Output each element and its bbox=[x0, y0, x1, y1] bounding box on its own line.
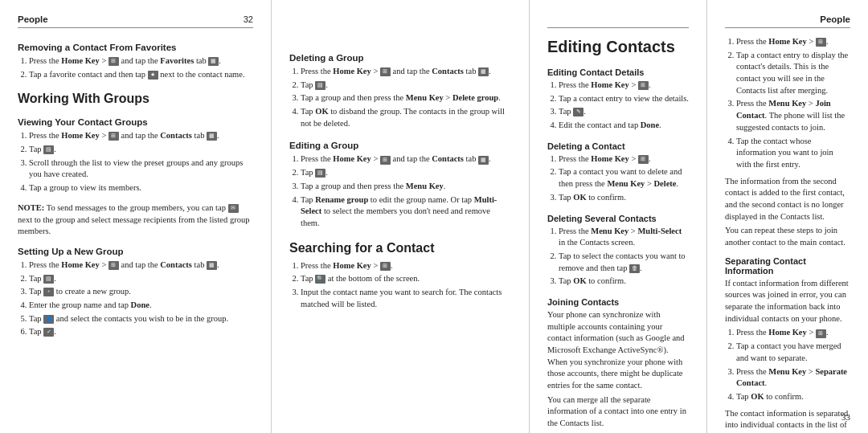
step: Press the Home Key > ⊞ and tap the Conta… bbox=[301, 66, 511, 78]
new-group-steps: Press the Home Key > ⊞ and tap the Conta… bbox=[18, 259, 253, 340]
step: Tap ▤. bbox=[301, 167, 511, 179]
step: Press the Home Key > ⊞ and tap the Conta… bbox=[29, 259, 253, 272]
searching-title: Searching for a Contact bbox=[289, 241, 511, 255]
far-right-content: Press the Home Key > ⊞. Tap a contact en… bbox=[725, 36, 850, 433]
viewing-groups-note: NOTE: To send messages to the group memb… bbox=[18, 202, 253, 238]
editing-group-title: Editing a Group bbox=[289, 141, 511, 150]
step: Press the Home Key > ⊞. bbox=[559, 153, 689, 165]
searching-steps: Press the Home Key > ⊞. Tap 🔍 at the bot… bbox=[289, 260, 511, 312]
step: Tap 👤 and select the contacts you wish t… bbox=[29, 313, 253, 325]
step: Scroll through the list to view the pres… bbox=[29, 157, 253, 181]
step: Tap to select the contacts you want to r… bbox=[559, 251, 689, 274]
add-icon: + bbox=[43, 288, 54, 296]
step: Input the contact name you want to searc… bbox=[301, 287, 511, 310]
editing-details-steps: Press the Home Key > ⊞. Tap a contact en… bbox=[547, 80, 689, 133]
right-page-header: People bbox=[547, 14, 689, 28]
step: Press the Menu Key > Separate Contact. bbox=[736, 366, 850, 390]
removing-favorites-steps: Press the Home Key > ⊞ and tap the Favor… bbox=[18, 55, 253, 82]
home-icon: ⊞ bbox=[108, 132, 119, 141]
editing-contacts-title: Editing Contacts bbox=[547, 38, 689, 56]
msg-icon: ✉ bbox=[228, 204, 239, 213]
removing-favorites-title: Removing a Contact From Favorites bbox=[18, 43, 253, 52]
step: Press the Home Key > ⊞. bbox=[736, 36, 850, 48]
deleting-group-steps: Press the Home Key > ⊞ and tap the Conta… bbox=[289, 66, 511, 131]
step: Press the Home Key > ⊞. bbox=[736, 327, 850, 339]
home-icon: ⊞ bbox=[638, 81, 649, 90]
person-add-icon: 👤 bbox=[43, 315, 54, 324]
deleting-group-title: Deleting a Group bbox=[289, 53, 511, 63]
search-icon: 🔍 bbox=[315, 275, 326, 284]
separating-note: The contact information is separated int… bbox=[725, 408, 850, 433]
step: Tap a favorite contact and then tap ★ ne… bbox=[29, 69, 253, 81]
step: Tap ▤. bbox=[301, 80, 511, 92]
home-icon: ⊞ bbox=[380, 156, 391, 165]
home-icon: ⊞ bbox=[638, 155, 649, 164]
new-group-title: Setting Up a New Group bbox=[18, 247, 253, 256]
step: Tap OK to confirm. bbox=[559, 192, 689, 204]
step: Tap a contact you want to delete and the… bbox=[559, 166, 689, 190]
tab-icon: ▦ bbox=[478, 67, 489, 76]
step: Tap ▤. bbox=[29, 273, 253, 285]
step: Tap ▤. bbox=[29, 144, 253, 156]
middle-left-content: Deleting a Group Press the Home Key > ⊞ … bbox=[289, 14, 511, 422]
step: Tap Rename group to edit the group name.… bbox=[301, 194, 511, 230]
step: Edit the contact and tap Done. bbox=[559, 120, 689, 132]
far-right-page-header: People bbox=[725, 14, 850, 28]
editing-details-title: Editing Contact Details bbox=[547, 67, 689, 77]
left-page-number: 32 bbox=[244, 14, 253, 24]
separating-title: Separating Contact Information bbox=[725, 256, 850, 276]
step: Tap ✓. bbox=[29, 326, 253, 338]
step: Enter the group name and tap Done. bbox=[29, 300, 253, 312]
deleting-contact-steps: Press the Home Key > ⊞. Tap a contact yo… bbox=[547, 153, 689, 206]
step: Tap ✎. bbox=[559, 106, 689, 118]
step: Tap a contact you have merged and want t… bbox=[736, 341, 850, 364]
step: Tap + to create a new group. bbox=[29, 286, 253, 298]
step: Press the Home Key > ⊞. bbox=[559, 80, 689, 92]
far-right-page-label: People bbox=[820, 14, 850, 24]
far-right-page: People Press the Home Key > ⊞. Tap a con… bbox=[707, 0, 868, 433]
step: Tap a group and then press the Menu Key. bbox=[301, 181, 511, 193]
group-icon: ▤ bbox=[43, 145, 54, 154]
check-icon: ✓ bbox=[43, 328, 54, 337]
middle-left-page: Deleting a Group Press the Home Key > ⊞ … bbox=[272, 0, 529, 433]
tab-icon: ▦ bbox=[478, 156, 489, 165]
step: Tap 🔍 at the bottom of the screen. bbox=[301, 273, 511, 285]
step: Press the Home Key > ⊞ and tap the Conta… bbox=[301, 153, 511, 165]
editing-group-steps: Press the Home Key > ⊞ and tap the Conta… bbox=[289, 153, 511, 231]
tab-icon: ▦ bbox=[207, 132, 217, 141]
step: Press the Home Key > ⊞ and tap the Favor… bbox=[29, 55, 253, 67]
merge-note2: You can repeat these steps to join anoth… bbox=[725, 225, 850, 248]
step: Tap the contact whose information you wa… bbox=[736, 136, 850, 171]
viewing-groups-title: Viewing Your Contact Groups bbox=[18, 117, 253, 127]
star-icon: ★ bbox=[148, 71, 158, 80]
deleting-several-steps: Press the Menu Key > Multi-Select in the… bbox=[547, 226, 689, 289]
step: Press the Menu Key > Join Contact. The p… bbox=[736, 98, 850, 133]
step: Tap OK to confirm. bbox=[559, 276, 689, 288]
merge-steps: Press the Home Key > ⊞. Tap a contact en… bbox=[725, 36, 850, 173]
joining-contacts-body2: You can merge all the separate informati… bbox=[547, 394, 689, 430]
separating-body: If contact information from different so… bbox=[725, 278, 850, 325]
tab-icon: ▦ bbox=[207, 261, 217, 270]
step: Press the Home Key > ⊞ and tap the Conta… bbox=[29, 130, 253, 142]
step: Press the Menu Key > Multi-Select in the… bbox=[559, 226, 689, 249]
home-icon: ⊞ bbox=[380, 262, 391, 271]
step: Press the Home Key > ⊞. bbox=[301, 260, 511, 272]
merge-note1: The information from the second contact … bbox=[725, 176, 850, 223]
menu-icon: ▤ bbox=[315, 81, 326, 90]
joining-contacts-body: Your phone can synchronize with multiple… bbox=[547, 309, 689, 392]
joining-contacts-title: Joining Contacts bbox=[547, 297, 689, 307]
left-page-header: People 32 bbox=[18, 14, 253, 28]
viewing-groups-steps: Press the Home Key > ⊞ and tap the Conta… bbox=[18, 130, 253, 195]
working-with-groups-title: Working With Groups bbox=[18, 92, 253, 106]
home-icon: ⊞ bbox=[108, 261, 119, 270]
home-icon: ⊞ bbox=[380, 67, 391, 76]
trash-icon: 🗑 bbox=[629, 264, 640, 273]
left-page: People 32 Removing a Contact From Favori… bbox=[0, 0, 271, 433]
home-icon: ⊞ bbox=[816, 38, 826, 47]
edit-icon: ✎ bbox=[573, 108, 583, 116]
menu-icon: ▤ bbox=[43, 275, 54, 284]
page-number-right: 33 bbox=[841, 412, 850, 422]
step: Tap a group to view its members. bbox=[29, 182, 253, 194]
deleting-contact-title: Deleting a Contact bbox=[547, 141, 689, 151]
left-page-content: Removing a Contact From Favorites Press … bbox=[18, 36, 253, 422]
